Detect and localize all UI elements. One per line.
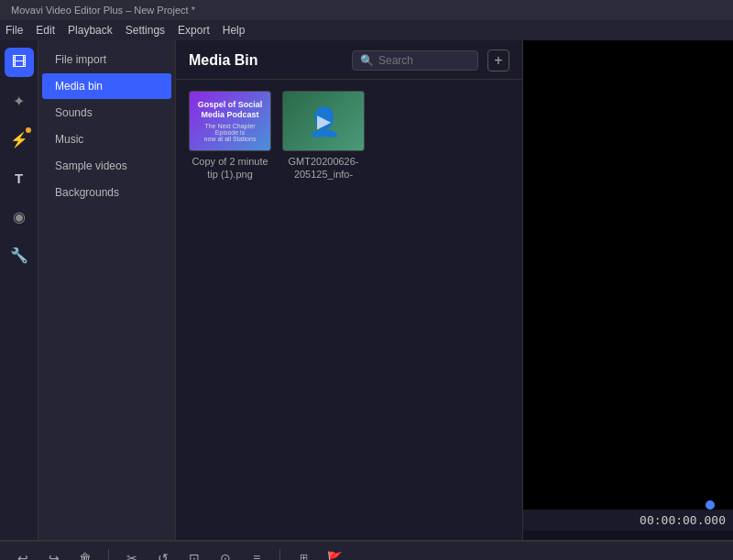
- nav-sounds[interactable]: Sounds: [42, 100, 171, 126]
- toolbar-sep-1: [108, 549, 109, 561]
- sidebar-icon-filter[interactable]: ◉: [5, 202, 34, 231]
- sidebar-icon-title[interactable]: T: [5, 163, 34, 192]
- sidebar-icon-effect[interactable]: ⚡: [5, 125, 34, 154]
- nav-media-bin[interactable]: Media bin: [42, 73, 171, 99]
- nav-sample-videos[interactable]: Sample videos: [42, 153, 171, 179]
- timeline-area: ↩ ↪ 🗑 ✂ ↺ ⊡ ⊙ ≡ ⊞ 🚩 00:00:00 00:03:00 00…: [0, 540, 733, 560]
- main-layout: 🎞 ✦ ⚡ T ◉ 🔧 File import Media bin Sounds…: [0, 40, 733, 540]
- search-icon: 🔍: [360, 54, 374, 67]
- media-grid: Gospel of SocialMedia Podcast The Next C…: [176, 80, 522, 540]
- marker-button[interactable]: 🚩: [323, 546, 346, 561]
- preview-canvas: [523, 40, 733, 510]
- audio-button[interactable]: ≡: [245, 546, 268, 561]
- menu-edit[interactable]: Edit: [36, 24, 55, 37]
- media-thumb-0: Gospel of SocialMedia Podcast The Next C…: [189, 91, 271, 151]
- content-area: Media Bin 🔍 + Gospel of SocialMedia Podc…: [176, 40, 522, 540]
- menu-bar: File Edit Playback Settings Export Help: [0, 20, 733, 40]
- menu-settings[interactable]: Settings: [126, 24, 165, 37]
- subtitle-button[interactable]: ⊞: [291, 546, 315, 561]
- color-button[interactable]: ⊙: [213, 546, 237, 561]
- media-thumb-inner-0: Gospel of SocialMedia Podcast The Next C…: [190, 92, 270, 150]
- add-media-button[interactable]: +: [487, 49, 509, 71]
- search-input[interactable]: [378, 54, 470, 67]
- media-item-0[interactable]: Gospel of SocialMedia Podcast The Next C…: [189, 91, 271, 181]
- menu-help[interactable]: Help: [223, 24, 246, 37]
- media-bin-header: Media Bin 🔍 +: [176, 40, 522, 80]
- sidebar-icon-tool[interactable]: 🔧: [5, 240, 34, 269]
- media-label-0: Copy of 2 minute tip (1).png: [189, 155, 271, 181]
- menu-export[interactable]: Export: [178, 24, 210, 37]
- app-title: Movavi Video Editor Plus – New Project *: [11, 5, 195, 16]
- timecode-display: 00:00:00.000: [523, 510, 733, 531]
- undo-button[interactable]: ↩: [11, 546, 35, 561]
- nav-music[interactable]: Music: [42, 126, 171, 152]
- menu-file[interactable]: File: [5, 24, 23, 37]
- title-bar: Movavi Video Editor Plus – New Project *: [0, 0, 733, 20]
- playhead-dot: [706, 500, 715, 510]
- search-box: 🔍: [352, 50, 478, 71]
- icon-sidebar: 🎞 ✦ ⚡ T ◉ 🔧: [0, 40, 38, 540]
- cut-button[interactable]: ✂: [120, 546, 144, 561]
- nav-panel: File import Media bin Sounds Music Sampl…: [38, 40, 176, 540]
- rotate-button[interactable]: ↺: [151, 546, 175, 561]
- delete-button[interactable]: 🗑: [73, 546, 97, 561]
- redo-button[interactable]: ↪: [42, 546, 66, 561]
- nav-backgrounds[interactable]: Backgrounds: [42, 180, 171, 205]
- effect-dot: [26, 127, 31, 133]
- sidebar-icon-transition[interactable]: ✦: [5, 86, 34, 115]
- media-item-1[interactable]: 👤 ▶ GMT20200626-205125_info-: [282, 91, 365, 181]
- media-label-1: GMT20200626-205125_info-: [282, 155, 365, 181]
- play-overlay: ▶: [317, 110, 331, 132]
- toolbar-sep-2: [279, 549, 280, 561]
- preview-area: 00:00:00.000: [522, 40, 733, 540]
- nav-file-import[interactable]: File import: [42, 47, 171, 72]
- timeline-toolbar: ↩ ↪ 🗑 ✂ ↺ ⊡ ⊙ ≡ ⊞ 🚩: [0, 542, 733, 560]
- menu-playback[interactable]: Playback: [68, 24, 113, 37]
- sidebar-icon-media[interactable]: 🎞: [5, 48, 34, 77]
- media-thumb-1: 👤 ▶: [282, 91, 365, 151]
- media-bin-title: Media Bin: [189, 52, 343, 69]
- crop-button[interactable]: ⊡: [182, 546, 206, 561]
